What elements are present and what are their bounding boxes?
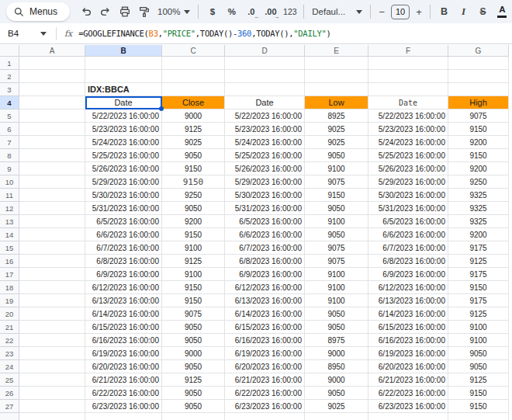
- cell-E3[interactable]: [305, 83, 368, 96]
- cell-B20[interactable]: 6/14/2023 16:00:00: [85, 307, 162, 321]
- cell-C18[interactable]: 9150: [162, 281, 225, 294]
- cell-F13[interactable]: 6/5/2023 16:00:00: [368, 215, 448, 228]
- cell-B22[interactable]: 6/16/2023 16:00:00: [85, 334, 162, 347]
- cell-F19[interactable]: 6/13/2023 16:00:00: [368, 294, 448, 307]
- cell-E27[interactable]: 9025: [305, 400, 368, 413]
- row-header-1[interactable]: 1: [0, 57, 19, 70]
- cell-D24[interactable]: 6/20/2023 16:00:00: [225, 360, 305, 373]
- cell-E26[interactable]: 9050: [305, 387, 368, 400]
- decrease-decimal-button[interactable]: .0 ←: [241, 2, 261, 21]
- cell-D20[interactable]: 6/14/2023 16:00:00: [225, 307, 305, 321]
- cell-F24[interactable]: 6/20/2023 16:00:00: [368, 360, 448, 373]
- cell-F15[interactable]: 6/7/2023 16:00:00: [368, 241, 448, 255]
- cell-E19[interactable]: 9100: [305, 294, 368, 307]
- cell-B23[interactable]: 6/19/2023 16:00:00: [85, 347, 162, 360]
- cell-D7[interactable]: 5/24/2023 16:00:00: [225, 136, 305, 149]
- cell-E21[interactable]: 9050: [305, 321, 368, 334]
- cell-A20[interactable]: [19, 307, 85, 321]
- cell-D8[interactable]: 5/25/2023 16:00:00: [225, 149, 305, 162]
- cell-G18[interactable]: 9150: [448, 281, 509, 294]
- column-header-A[interactable]: A: [19, 45, 85, 57]
- cell-G23[interactable]: 9050: [448, 347, 509, 360]
- cell-A11[interactable]: [19, 189, 85, 202]
- cell-E14[interactable]: 9050: [305, 228, 368, 241]
- cell-G25[interactable]: 9125: [448, 373, 509, 387]
- cell-D19[interactable]: 6/13/2023 16:00:00: [225, 294, 305, 307]
- cell-G13[interactable]: 9325: [448, 215, 509, 228]
- cell-F2[interactable]: [368, 70, 448, 83]
- cell-G22[interactable]: 9100: [448, 334, 509, 347]
- increase-decimal-button[interactable]: .00 →: [261, 2, 280, 21]
- cell-E12[interactable]: 9050: [305, 202, 368, 215]
- cell-D6[interactable]: 5/23/2023 16:00:00: [225, 123, 305, 136]
- cell-A19[interactable]: [19, 294, 85, 307]
- cell-F10[interactable]: 5/29/2023 16:00:00: [368, 175, 448, 189]
- cell-G8[interactable]: 9150: [448, 149, 509, 162]
- cell-B8[interactable]: 5/25/2023 16:00:00: [85, 149, 162, 162]
- row-header-21[interactable]: 21: [0, 321, 19, 334]
- cell-A12[interactable]: [19, 202, 85, 215]
- cell-F7[interactable]: 5/24/2023 16:00:00: [368, 136, 448, 149]
- cell-D27[interactable]: 6/23/2023 16:00:00: [225, 400, 305, 413]
- cell-F28[interactable]: [368, 413, 448, 420]
- cell-B27[interactable]: 6/23/2023 16:00:00: [85, 400, 162, 413]
- cell-C7[interactable]: 9025: [162, 136, 225, 149]
- cell-D26[interactable]: 6/22/2023 16:00:00: [225, 387, 305, 400]
- cell-B15[interactable]: 6/7/2023 16:00:00: [85, 241, 162, 255]
- cell-D25[interactable]: 6/21/2023 16:00:00: [225, 373, 305, 387]
- cell-C10[interactable]: 9150: [162, 175, 225, 189]
- cell-G10[interactable]: 9250: [448, 175, 509, 189]
- cell-B3[interactable]: IDX:BBCA: [85, 83, 162, 96]
- column-header-E[interactable]: E: [305, 45, 368, 57]
- strikethrough-button[interactable]: S: [473, 2, 493, 21]
- cell-A8[interactable]: [19, 149, 85, 162]
- cell-C6[interactable]: 9125: [162, 123, 225, 136]
- cell-E17[interactable]: 9100: [305, 268, 368, 281]
- column-header-G[interactable]: G: [448, 45, 509, 57]
- cell-B11[interactable]: 5/30/2023 16:00:00: [85, 189, 162, 202]
- row-header-15[interactable]: 15: [0, 241, 19, 255]
- cell-C25[interactable]: 9125: [162, 373, 225, 387]
- cell-F25[interactable]: 6/21/2023 16:00:00: [368, 373, 448, 387]
- row-header-19[interactable]: 19: [0, 294, 19, 307]
- paint-format-button[interactable]: [134, 2, 154, 21]
- cell-D4[interactable]: Date: [225, 96, 305, 109]
- cell-A16[interactable]: [19, 255, 85, 268]
- cell-F26[interactable]: 6/22/2023 16:00:00: [368, 387, 448, 400]
- redo-button[interactable]: [95, 2, 115, 21]
- cell-D14[interactable]: 6/6/2023 16:00:00: [225, 228, 305, 241]
- cell-C13[interactable]: 9200: [162, 215, 225, 228]
- cell-F14[interactable]: 6/6/2023 16:00:00: [368, 228, 448, 241]
- cell-D17[interactable]: 6/9/2023 16:00:00: [225, 268, 305, 281]
- cell-A5[interactable]: [19, 109, 85, 123]
- row-header-4[interactable]: 4: [0, 96, 19, 109]
- cell-F3[interactable]: [368, 83, 448, 96]
- cell-C2[interactable]: [162, 70, 225, 83]
- row-header-28[interactable]: [0, 413, 19, 420]
- column-header-F[interactable]: F: [368, 45, 448, 57]
- cell-B7[interactable]: 5/24/2023 16:00:00: [85, 136, 162, 149]
- cell-E28[interactable]: [305, 413, 368, 420]
- column-header-C[interactable]: C: [162, 45, 225, 57]
- cell-C21[interactable]: 9050: [162, 321, 225, 334]
- fill-handle[interactable]: [159, 106, 164, 111]
- cell-G24[interactable]: 9050: [448, 360, 509, 373]
- cell-A17[interactable]: [19, 268, 85, 281]
- cell-E20[interactable]: 9050: [305, 307, 368, 321]
- row-header-3[interactable]: 3: [0, 83, 19, 96]
- cell-E10[interactable]: 9075: [305, 175, 368, 189]
- row-header-9[interactable]: 9: [0, 162, 19, 175]
- cell-G19[interactable]: 9175: [448, 294, 509, 307]
- row-header-10[interactable]: 10: [0, 175, 19, 189]
- cell-G11[interactable]: 9325: [448, 189, 509, 202]
- cell-A10[interactable]: [19, 175, 85, 189]
- row-header-16[interactable]: 16: [0, 255, 19, 268]
- italic-button[interactable]: I: [454, 2, 473, 21]
- cell-D22[interactable]: 6/16/2023 16:00:00: [225, 334, 305, 347]
- cell-C20[interactable]: 9075: [162, 307, 225, 321]
- cell-B1[interactable]: [85, 57, 162, 70]
- name-box[interactable]: B4: [0, 29, 53, 38]
- row-header-20[interactable]: 20: [0, 307, 19, 321]
- cell-C28[interactable]: [162, 413, 225, 420]
- cell-D3[interactable]: [225, 83, 305, 96]
